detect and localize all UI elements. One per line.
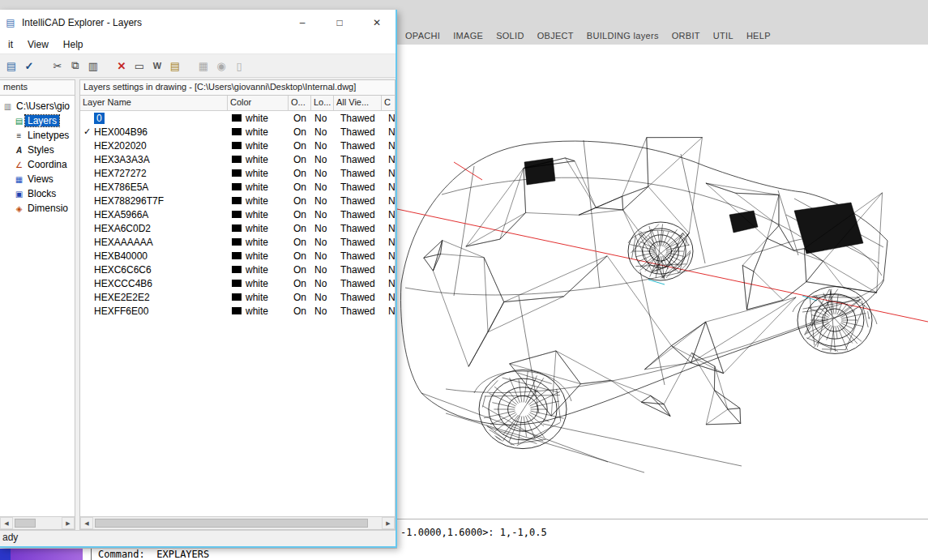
layer-on-value[interactable]: On	[289, 113, 311, 124]
layer-locked-value[interactable]: No	[311, 209, 334, 220]
column-header[interactable]: C	[382, 96, 395, 110]
toolbar-button[interactable]: ▦	[195, 57, 212, 75]
color-swatch[interactable]	[232, 252, 242, 259]
taskbar-icon-purple[interactable]	[11, 549, 83, 560]
window-titlebar[interactable]: IntelliCAD Explorer - Layers – □ ✕	[0, 10, 396, 36]
layer-row[interactable]: ✓ HEXCCC4B6 white On No Thawed N	[80, 276, 395, 290]
layer-row[interactable]: ✓ HEXC6C6C6 white On No Thawed N	[80, 263, 395, 276]
layer-locked-value[interactable]: No	[311, 250, 334, 262]
scroll-track[interactable]	[13, 517, 62, 529]
toolbar-button[interactable]: ▯	[230, 57, 248, 75]
layer-current-viewport-value[interactable]: N	[382, 182, 395, 193]
layer-on-value[interactable]: On	[289, 182, 311, 193]
tree-item[interactable]: Coordina	[0, 157, 75, 172]
layer-on-value[interactable]: On	[289, 292, 311, 303]
tree-item[interactable]: Blocks	[0, 186, 75, 201]
layer-locked-value[interactable]: No	[311, 292, 334, 303]
layer-current-viewport-value[interactable]: N	[382, 250, 395, 262]
taskbar-icon-blue[interactable]	[0, 549, 11, 560]
layer-current-viewport-value[interactable]: N	[382, 113, 395, 124]
cad-menu-item[interactable]: SOLID	[496, 31, 524, 41]
cad-menu-item[interactable]: BUILDING layers	[587, 31, 659, 41]
layer-all-viewports-value[interactable]: Thawed	[334, 237, 382, 248]
layer-all-viewports-value[interactable]: Thawed	[334, 278, 382, 289]
layer-current-viewport-value[interactable]: N	[382, 237, 395, 248]
layer-all-viewports-value[interactable]: Thawed	[334, 182, 382, 193]
layer-on-value[interactable]: On	[289, 154, 311, 165]
column-header[interactable]: Layer Name	[80, 96, 228, 110]
layer-all-viewports-value[interactable]: Thawed	[334, 154, 382, 165]
toolbar-button[interactable]: ▥	[84, 57, 102, 75]
color-swatch[interactable]	[232, 211, 242, 218]
layer-all-viewports-value[interactable]: Thawed	[334, 292, 382, 303]
cad-menu-item[interactable]: ORBIT	[672, 31, 700, 41]
command-prompt-area[interactable]: -1.0000,1.6000>: 1,-1,0.5	[397, 519, 928, 549]
layer-row[interactable]: ✓ HEX788296T7F white On No Thawed N	[80, 194, 395, 207]
cad-menu-item[interactable]: IMAGE	[453, 31, 483, 41]
column-header[interactable]: Lo...	[311, 96, 334, 110]
layer-locked-value[interactable]: No	[311, 126, 334, 138]
explorer-menu-item[interactable]: View	[20, 39, 56, 50]
color-swatch[interactable]	[232, 224, 242, 232]
toolbar-button[interactable]: ▤	[166, 57, 184, 75]
layer-row[interactable]: ✓ HEXA6C0D2 white On No Thawed N	[80, 221, 395, 235]
scroll-right-arrow[interactable]: ▶	[382, 517, 395, 529]
color-swatch[interactable]	[232, 128, 242, 135]
cad-menu-item[interactable]: OPACHI	[405, 31, 440, 41]
tree-horizontal-scrollbar[interactable]: ◀ ▶	[0, 516, 75, 529]
explorer-menu-item[interactable]: it	[1, 39, 20, 50]
toolbar-button[interactable]: ✓	[20, 57, 38, 75]
layer-locked-value[interactable]: No	[311, 154, 334, 165]
toolbar-button[interactable]: W	[148, 57, 166, 75]
column-header[interactable]: Color	[228, 96, 289, 110]
tree-item[interactable]: Linetypes	[0, 128, 75, 143]
toolbar-button[interactable]: ◉	[212, 57, 230, 75]
layers-horizontal-scrollbar[interactable]: ◀ ▶	[80, 516, 395, 529]
column-header[interactable]: All Vie...	[334, 96, 382, 110]
layer-locked-value[interactable]: No	[311, 306, 334, 317]
command-input-line[interactable]: Command: EXPLAYERS	[91, 549, 209, 560]
color-swatch[interactable]	[232, 114, 242, 122]
explorer-menu-item[interactable]: Help	[56, 39, 91, 50]
layer-current-viewport-value[interactable]: N	[382, 209, 395, 220]
layer-locked-value[interactable]: No	[311, 195, 334, 207]
scroll-right-arrow[interactable]: ▶	[62, 517, 75, 529]
layer-current-viewport-value[interactable]: N	[382, 168, 395, 179]
layer-current-viewport-value[interactable]: N	[382, 223, 395, 234]
layer-row[interactable]: ✓ HEXE2E2E2 white On No Thawed N	[80, 290, 395, 304]
layer-all-viewports-value[interactable]: Thawed	[334, 168, 382, 179]
layer-current-viewport-value[interactable]: N	[382, 140, 395, 152]
layer-row[interactable]: ✓ HEX786E5A white On No Thawed N	[80, 180, 395, 194]
color-swatch[interactable]	[232, 156, 242, 163]
tree-item[interactable]: Styles	[0, 143, 75, 157]
layer-locked-value[interactable]: No	[311, 264, 334, 276]
layer-on-value[interactable]: On	[289, 237, 311, 248]
layer-on-value[interactable]: On	[289, 264, 311, 276]
layer-all-viewports-value[interactable]: Thawed	[334, 209, 382, 220]
layer-on-value[interactable]: On	[289, 278, 311, 289]
color-swatch[interactable]	[232, 197, 242, 204]
layer-row[interactable]: ✓ HEXA5966A white On No Thawed N	[80, 207, 395, 221]
layer-row[interactable]: ✓ HEXFF6E00 white On No Thawed N	[80, 304, 395, 318]
layer-on-value[interactable]: On	[289, 168, 311, 179]
color-swatch[interactable]	[232, 280, 242, 287]
layer-all-viewports-value[interactable]: Thawed	[334, 250, 382, 262]
layer-all-viewports-value[interactable]: Thawed	[334, 113, 382, 124]
layer-locked-value[interactable]: No	[311, 168, 334, 179]
layer-locked-value[interactable]: No	[311, 140, 334, 152]
scroll-track[interactable]	[93, 517, 382, 529]
layer-current-viewport-value[interactable]: N	[382, 195, 395, 207]
tree-item[interactable]: Dimensio	[0, 201, 75, 216]
color-swatch[interactable]	[232, 266, 242, 273]
layer-on-value[interactable]: On	[289, 223, 311, 234]
cad-menu-item[interactable]: HELP	[746, 31, 771, 41]
layer-all-viewports-value[interactable]: Thawed	[334, 140, 382, 152]
drawing-viewport[interactable]	[397, 45, 928, 519]
layer-on-value[interactable]: On	[289, 126, 311, 138]
toolbar-button[interactable]: ✂	[49, 57, 66, 75]
layer-row[interactable]: ✓ HEX727272 white On No Thawed N	[80, 166, 395, 180]
layer-locked-value[interactable]: No	[311, 237, 334, 248]
layer-row[interactable]: ✓ HEXB40000 white On No Thawed N	[80, 249, 395, 263]
layer-row[interactable]: ✓ 0 white On No Thawed N	[80, 111, 395, 125]
color-swatch[interactable]	[232, 183, 242, 190]
